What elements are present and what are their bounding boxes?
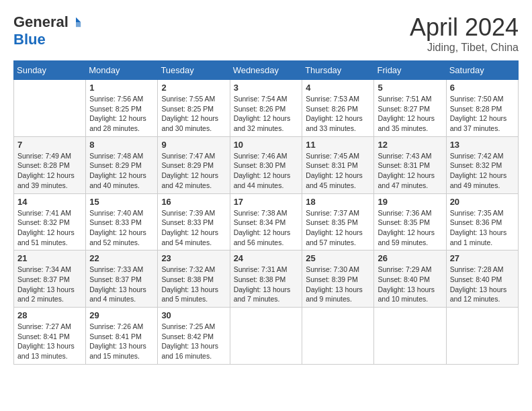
day-number: 8 xyxy=(89,140,154,150)
calendar-cell: 24Sunrise: 7:31 AMSunset: 8:38 PMDayligh… xyxy=(230,250,302,308)
cell-info: Sunrise: 7:35 AMSunset: 8:36 PMDaylight:… xyxy=(450,208,515,248)
calendar-cell: 2Sunrise: 7:55 AMSunset: 8:25 PMDaylight… xyxy=(158,80,230,137)
day-number: 18 xyxy=(306,197,370,207)
calendar-cell: 9Sunrise: 7:47 AMSunset: 8:29 PMDaylight… xyxy=(158,136,230,193)
calendar-cell: 30Sunrise: 7:25 AMSunset: 8:42 PMDayligh… xyxy=(158,308,230,365)
calendar-week-row: 1Sunrise: 7:56 AMSunset: 8:25 PMDaylight… xyxy=(14,80,519,137)
calendar-week-row: 28Sunrise: 7:27 AMSunset: 8:41 PMDayligh… xyxy=(14,308,519,365)
day-number: 17 xyxy=(234,197,299,207)
day-number: 15 xyxy=(89,197,154,207)
cell-info: Sunrise: 7:29 AMSunset: 8:40 PMDaylight:… xyxy=(378,265,442,304)
cell-info: Sunrise: 7:45 AMSunset: 8:31 PMDaylight:… xyxy=(306,151,370,191)
day-number: 24 xyxy=(234,253,299,263)
calendar-cell: 1Sunrise: 7:56 AMSunset: 8:25 PMDaylight… xyxy=(86,80,158,137)
month-title: April 2024 xyxy=(410,13,519,42)
calendar-cell xyxy=(230,308,302,365)
calendar-cell: 25Sunrise: 7:30 AMSunset: 8:39 PMDayligh… xyxy=(302,250,374,308)
calendar-cell: 8Sunrise: 7:48 AMSunset: 8:29 PMDaylight… xyxy=(86,136,158,193)
calendar-cell: 11Sunrise: 7:45 AMSunset: 8:31 PMDayligh… xyxy=(302,136,374,193)
cell-info: Sunrise: 7:37 AMSunset: 8:35 PMDaylight:… xyxy=(306,208,370,248)
calendar-cell: 5Sunrise: 7:51 AMSunset: 8:27 PMDaylight… xyxy=(374,80,446,137)
calendar-cell: 13Sunrise: 7:42 AMSunset: 8:32 PMDayligh… xyxy=(446,136,518,193)
logo-general-text: General xyxy=(13,13,69,31)
day-number: 11 xyxy=(306,140,370,150)
cell-info: Sunrise: 7:55 AMSunset: 8:25 PMDaylight:… xyxy=(161,94,226,134)
day-number: 25 xyxy=(306,253,370,263)
day-number: 16 xyxy=(161,197,226,207)
calendar-day-header: Sunday xyxy=(14,61,86,80)
cell-info: Sunrise: 7:31 AMSunset: 8:38 PMDaylight:… xyxy=(234,265,299,304)
calendar-cell: 19Sunrise: 7:36 AMSunset: 8:35 PMDayligh… xyxy=(374,193,446,250)
cell-info: Sunrise: 7:48 AMSunset: 8:29 PMDaylight:… xyxy=(89,151,154,191)
calendar-day-header: Wednesday xyxy=(230,61,302,80)
calendar-cell: 18Sunrise: 7:37 AMSunset: 8:35 PMDayligh… xyxy=(302,193,374,250)
svg-marker-1 xyxy=(76,22,81,27)
calendar-cell: 21Sunrise: 7:34 AMSunset: 8:37 PMDayligh… xyxy=(14,250,86,308)
calendar-week-row: 21Sunrise: 7:34 AMSunset: 8:37 PMDayligh… xyxy=(14,250,519,308)
cell-info: Sunrise: 7:51 AMSunset: 8:27 PMDaylight:… xyxy=(378,94,442,134)
cell-info: Sunrise: 7:49 AMSunset: 8:28 PMDaylight:… xyxy=(17,151,82,191)
calendar-week-row: 7Sunrise: 7:49 AMSunset: 8:28 PMDaylight… xyxy=(14,136,519,193)
day-number: 30 xyxy=(161,310,226,320)
calendar-week-row: 14Sunrise: 7:41 AMSunset: 8:32 PMDayligh… xyxy=(14,193,519,250)
day-number: 14 xyxy=(17,197,82,207)
calendar-cell: 20Sunrise: 7:35 AMSunset: 8:36 PMDayligh… xyxy=(446,193,518,250)
cell-info: Sunrise: 7:36 AMSunset: 8:35 PMDaylight:… xyxy=(378,208,442,248)
title-area: April 2024 Jiding, Tibet, China xyxy=(410,13,519,54)
calendar-cell: 14Sunrise: 7:41 AMSunset: 8:32 PMDayligh… xyxy=(14,193,86,250)
calendar-table: SundayMondayTuesdayWednesdayThursdayFrid… xyxy=(13,60,519,365)
day-number: 27 xyxy=(450,253,515,263)
day-number: 9 xyxy=(161,140,226,150)
calendar-day-header: Monday xyxy=(86,61,158,80)
day-number: 23 xyxy=(161,253,226,263)
calendar-cell: 16Sunrise: 7:39 AMSunset: 8:33 PMDayligh… xyxy=(158,193,230,250)
day-number: 10 xyxy=(234,140,299,150)
location: Jiding, Tibet, China xyxy=(410,42,519,54)
day-number: 19 xyxy=(378,197,442,207)
day-number: 5 xyxy=(378,83,442,93)
day-number: 26 xyxy=(378,253,442,263)
day-number: 1 xyxy=(89,83,154,93)
cell-info: Sunrise: 7:47 AMSunset: 8:29 PMDaylight:… xyxy=(161,151,226,191)
calendar-cell: 3Sunrise: 7:54 AMSunset: 8:26 PMDaylight… xyxy=(230,80,302,137)
day-number: 2 xyxy=(161,83,226,93)
calendar-cell: 26Sunrise: 7:29 AMSunset: 8:40 PMDayligh… xyxy=(374,250,446,308)
cell-info: Sunrise: 7:32 AMSunset: 8:38 PMDaylight:… xyxy=(161,265,226,304)
calendar-cell: 22Sunrise: 7:33 AMSunset: 8:37 PMDayligh… xyxy=(86,250,158,308)
calendar-cell: 17Sunrise: 7:38 AMSunset: 8:34 PMDayligh… xyxy=(230,193,302,250)
cell-info: Sunrise: 7:34 AMSunset: 8:37 PMDaylight:… xyxy=(17,265,82,304)
cell-info: Sunrise: 7:27 AMSunset: 8:41 PMDaylight:… xyxy=(17,322,82,361)
header: General Blue April 2024 Jiding, Tibet, C… xyxy=(13,13,519,54)
day-number: 28 xyxy=(17,310,82,320)
calendar-day-header: Saturday xyxy=(446,61,518,80)
calendar-cell: 10Sunrise: 7:46 AMSunset: 8:30 PMDayligh… xyxy=(230,136,302,193)
cell-info: Sunrise: 7:25 AMSunset: 8:42 PMDaylight:… xyxy=(161,322,226,361)
calendar-day-header: Thursday xyxy=(302,61,374,80)
day-number: 6 xyxy=(450,83,515,93)
cell-info: Sunrise: 7:53 AMSunset: 8:26 PMDaylight:… xyxy=(306,94,370,134)
calendar-body: 1Sunrise: 7:56 AMSunset: 8:25 PMDaylight… xyxy=(14,80,519,365)
calendar-cell: 29Sunrise: 7:26 AMSunset: 8:41 PMDayligh… xyxy=(86,308,158,365)
day-number: 21 xyxy=(17,253,82,263)
calendar-day-header: Friday xyxy=(374,61,446,80)
logo: General Blue xyxy=(13,13,82,48)
cell-info: Sunrise: 7:30 AMSunset: 8:39 PMDaylight:… xyxy=(306,265,370,304)
calendar-cell: 23Sunrise: 7:32 AMSunset: 8:38 PMDayligh… xyxy=(158,250,230,308)
calendar-cell xyxy=(14,80,86,137)
cell-info: Sunrise: 7:54 AMSunset: 8:26 PMDaylight:… xyxy=(234,94,299,134)
cell-info: Sunrise: 7:41 AMSunset: 8:32 PMDaylight:… xyxy=(17,208,82,248)
cell-info: Sunrise: 7:26 AMSunset: 8:41 PMDaylight:… xyxy=(89,322,154,361)
calendar-cell: 6Sunrise: 7:50 AMSunset: 8:28 PMDaylight… xyxy=(446,80,518,137)
day-number: 20 xyxy=(450,197,515,207)
calendar-cell xyxy=(302,308,374,365)
calendar-cell: 7Sunrise: 7:49 AMSunset: 8:28 PMDaylight… xyxy=(14,136,86,193)
calendar-cell xyxy=(446,308,518,365)
calendar-header-row: SundayMondayTuesdayWednesdayThursdayFrid… xyxy=(14,61,519,80)
cell-info: Sunrise: 7:28 AMSunset: 8:40 PMDaylight:… xyxy=(450,265,515,304)
cell-info: Sunrise: 7:56 AMSunset: 8:25 PMDaylight:… xyxy=(89,94,154,134)
day-number: 13 xyxy=(450,140,515,150)
svg-marker-0 xyxy=(76,17,81,22)
calendar-cell: 12Sunrise: 7:43 AMSunset: 8:31 PMDayligh… xyxy=(374,136,446,193)
day-number: 12 xyxy=(378,140,442,150)
calendar-cell: 15Sunrise: 7:40 AMSunset: 8:33 PMDayligh… xyxy=(86,193,158,250)
